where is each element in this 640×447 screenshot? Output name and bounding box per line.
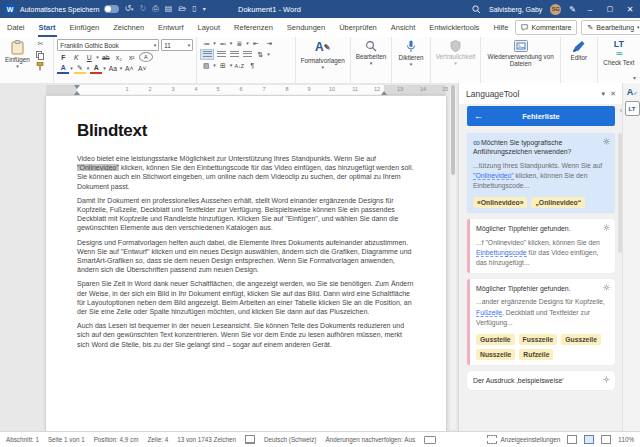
status-section[interactable]: Abschnitt: 1 xyxy=(6,436,39,443)
tab-einfuegen[interactable]: Einfügen xyxy=(63,18,107,37)
editing-button[interactable]: Bearbeiten▾ xyxy=(354,39,388,67)
document-scrollbar[interactable] xyxy=(450,85,456,430)
left-indent-marker[interactable] xyxy=(74,91,80,95)
tab-zeichnen[interactable]: Zeichnen xyxy=(106,18,151,37)
suggestion-chip[interactable]: Rufzeile xyxy=(519,349,553,360)
right-indent-marker[interactable] xyxy=(381,91,387,95)
reuse-files-button[interactable]: Wiederverwendung von Dateien xyxy=(484,39,556,68)
multilevel-list-icon[interactable]: ≣ xyxy=(233,39,245,48)
phonetic-guide-button[interactable]: A xyxy=(139,52,153,62)
tab-entwurf[interactable]: Entwurf xyxy=(151,18,190,37)
open-icon[interactable]: 🗁 xyxy=(178,5,186,13)
lt-card-expression[interactable]: Der Ausdruck ‚beispielsweise‘ xyxy=(467,371,615,390)
error-list-header[interactable]: ← Fehlerliste xyxy=(467,106,615,126)
maximize-button[interactable]: ▢ xyxy=(604,5,616,13)
strikethrough-button[interactable]: ab xyxy=(100,53,112,62)
increase-indent-icon[interactable]: ⇥ xyxy=(263,39,275,48)
format-painter-icon[interactable] xyxy=(34,61,47,71)
match-link[interactable]: "Onlinevideo" xyxy=(473,172,514,180)
status-language[interactable]: Deutsch (Schweiz) xyxy=(264,436,317,443)
align-right-icon[interactable] xyxy=(228,50,240,59)
bullets-icon[interactable]: ≔ xyxy=(200,39,212,48)
text-effects-button[interactable]: A xyxy=(57,63,69,74)
tab-start[interactable]: Start xyxy=(32,18,63,37)
editor-button[interactable]: Editor xyxy=(569,39,589,62)
minimize-button[interactable]: – xyxy=(584,5,596,14)
search-icon[interactable] xyxy=(472,5,481,14)
copy-icon[interactable] xyxy=(34,50,47,60)
font-name-select[interactable]: Franklin Gothic Book▾ xyxy=(57,39,159,51)
print-layout-icon[interactable] xyxy=(584,435,594,444)
status-position[interactable]: Position: 4,9 cm xyxy=(94,436,139,443)
lt-card-typo-1[interactable]: Möglicher Tippfehler gefunden. ...f "Onl… xyxy=(467,219,615,273)
font-size-select[interactable]: 11▾ xyxy=(161,39,193,51)
underline-caret[interactable]: ▾ xyxy=(96,55,99,60)
tab-ueberpruefen[interactable]: Überprüfen xyxy=(332,18,384,37)
undo-icon[interactable]: ↺▾ xyxy=(124,5,133,13)
highlight-button[interactable]: ✎ xyxy=(74,63,86,74)
status-track-changes[interactable]: Änderungen nachverfolgen: Aus xyxy=(325,436,415,443)
match-link[interactable]: Einbettungscode xyxy=(476,249,527,257)
check-text-button[interactable]: LT ≈≈ Check Text xyxy=(601,39,636,67)
change-case-button[interactable]: Aa xyxy=(107,64,119,73)
decrease-indent-icon[interactable]: ⇤ xyxy=(250,39,262,48)
italic-button[interactable]: K xyxy=(70,53,82,62)
tab-datei[interactable]: Datei xyxy=(0,18,32,37)
lt-card-typo-2[interactable]: Möglicher Tippfehler gefunden. ...ander … xyxy=(467,279,615,365)
ink-pen-icon[interactable]: ✎ xyxy=(569,5,576,14)
keyboard-icon[interactable] xyxy=(424,436,436,444)
gear-icon[interactable] xyxy=(603,376,610,383)
display-settings-button[interactable]: Anzeigeeinstellungen xyxy=(487,435,560,444)
paste-button[interactable]: Einfügen▾ xyxy=(3,39,32,70)
dictate-button[interactable]: Diktieren▾ xyxy=(397,39,426,68)
subscript-button[interactable]: x₂ xyxy=(113,53,125,62)
borders-icon[interactable]: ⊞ xyxy=(217,61,229,70)
zoom-level[interactable]: 110% xyxy=(618,436,634,443)
match-link[interactable]: Fußzeile xyxy=(476,309,502,317)
comments-button[interactable]: Kommentare xyxy=(515,20,577,35)
print-preview-icon[interactable]: ⎙ xyxy=(152,5,158,13)
avatar[interactable]: SG xyxy=(550,4,561,15)
tab-sendungen[interactable]: Sendungen xyxy=(280,18,332,37)
gear-icon[interactable] xyxy=(603,284,610,291)
shrink-font-button[interactable]: A˅ xyxy=(136,64,148,73)
tab-ansicht[interactable]: Ansicht xyxy=(384,18,423,37)
suggestion-chip[interactable]: Gusszeile xyxy=(561,334,601,345)
languagetool-pane-button[interactable]: LT xyxy=(625,101,640,116)
font-color-button[interactable]: A xyxy=(90,63,102,74)
panel-close-icon[interactable]: ✕ xyxy=(610,90,616,98)
sort-icon[interactable]: A↓Z xyxy=(233,61,245,70)
pilcrow-icon[interactable]: ¶ xyxy=(246,61,258,70)
grow-font-button[interactable]: A˄ xyxy=(123,64,135,73)
justify-icon[interactable] xyxy=(241,50,253,59)
close-button[interactable]: ✕ xyxy=(624,5,636,14)
styles-button[interactable]: A✎ Formatvorlagen▾ xyxy=(299,39,347,71)
line-spacing-icon[interactable]: ⇅ xyxy=(254,50,266,59)
gear-icon[interactable] xyxy=(603,138,610,145)
read-mode-icon[interactable] xyxy=(567,435,577,444)
editing-mode-button[interactable]: ✎ Bearbeitung ▾ xyxy=(581,20,640,35)
suggestion-chip[interactable]: „Onlinevideo“ xyxy=(531,197,585,208)
align-left-icon[interactable] xyxy=(200,49,214,60)
new-doc-icon[interactable]: ▯ xyxy=(192,5,196,13)
cut-icon[interactable]: ✂ xyxy=(34,39,47,49)
gear-icon[interactable] xyxy=(603,224,610,231)
save-icon[interactable]: ▤ xyxy=(165,5,173,13)
suggestion-chip[interactable]: Nusszeile xyxy=(476,349,515,360)
bold-button[interactable]: F xyxy=(57,53,69,62)
superscript-button[interactable]: x² xyxy=(126,53,138,62)
suggestion-chip[interactable]: Gussteile xyxy=(476,334,515,345)
underline-button[interactable]: U xyxy=(83,53,95,62)
panel-menu-icon[interactable]: ▾ xyxy=(602,90,606,98)
qat-customize-icon[interactable]: ▾ xyxy=(203,6,206,12)
proofing-status-icon[interactable] xyxy=(245,435,255,444)
suggestion-chip[interactable]: Fusszeile xyxy=(519,334,558,345)
tab-entwicklertools[interactable]: Entwicklertools xyxy=(422,18,486,37)
suggestion-chip[interactable]: «Onlinevideo» xyxy=(473,197,527,208)
tab-hilfe[interactable]: Hilfe xyxy=(486,18,515,37)
tab-referenzen[interactable]: Referenzen xyxy=(227,18,280,37)
user-name[interactable]: Salvisberg, Gaby xyxy=(489,6,542,13)
horizontal-ruler[interactable]: 1 2 3 4 5 6 7 8 9 10 11 12 13 14 15 xyxy=(46,85,446,95)
align-center-icon[interactable] xyxy=(215,50,227,59)
lt-card-typography[interactable]: coMöchten Sie typografische Anführungsze… xyxy=(467,133,615,213)
